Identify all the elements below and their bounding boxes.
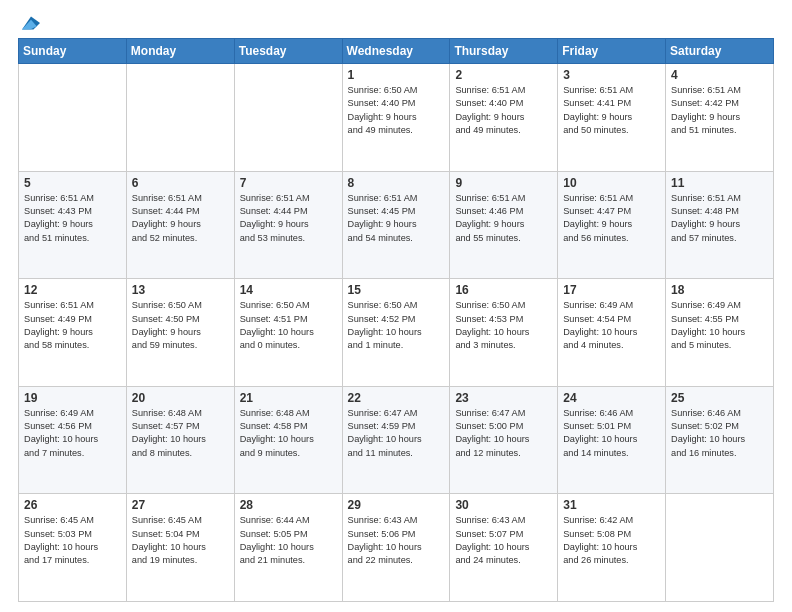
- cell-week0-day4: 2Sunrise: 6:51 AM Sunset: 4:40 PM Daylig…: [450, 64, 558, 172]
- header-sunday: Sunday: [19, 39, 127, 64]
- day-info-5: Sunrise: 6:51 AM Sunset: 4:43 PM Dayligh…: [24, 192, 121, 245]
- day-info-8: Sunrise: 6:51 AM Sunset: 4:45 PM Dayligh…: [348, 192, 445, 245]
- day-info-1: Sunrise: 6:50 AM Sunset: 4:40 PM Dayligh…: [348, 84, 445, 137]
- day-info-19: Sunrise: 6:49 AM Sunset: 4:56 PM Dayligh…: [24, 407, 121, 460]
- logo-icon: [22, 16, 40, 30]
- cell-week4-day5: 31Sunrise: 6:42 AM Sunset: 5:08 PM Dayli…: [558, 494, 666, 602]
- cell-week3-day2: 21Sunrise: 6:48 AM Sunset: 4:58 PM Dayli…: [234, 386, 342, 494]
- cell-week2-day3: 15Sunrise: 6:50 AM Sunset: 4:52 PM Dayli…: [342, 279, 450, 387]
- header-friday: Friday: [558, 39, 666, 64]
- day-info-13: Sunrise: 6:50 AM Sunset: 4:50 PM Dayligh…: [132, 299, 229, 352]
- day-info-6: Sunrise: 6:51 AM Sunset: 4:44 PM Dayligh…: [132, 192, 229, 245]
- header-row: SundayMondayTuesdayWednesdayThursdayFrid…: [19, 39, 774, 64]
- day-info-26: Sunrise: 6:45 AM Sunset: 5:03 PM Dayligh…: [24, 514, 121, 567]
- day-info-9: Sunrise: 6:51 AM Sunset: 4:46 PM Dayligh…: [455, 192, 552, 245]
- day-number-17: 17: [563, 283, 660, 297]
- week-row-0: 1Sunrise: 6:50 AM Sunset: 4:40 PM Daylig…: [19, 64, 774, 172]
- day-number-2: 2: [455, 68, 552, 82]
- cell-week2-day4: 16Sunrise: 6:50 AM Sunset: 4:53 PM Dayli…: [450, 279, 558, 387]
- day-number-15: 15: [348, 283, 445, 297]
- cell-week1-day3: 8Sunrise: 6:51 AM Sunset: 4:45 PM Daylig…: [342, 171, 450, 279]
- day-info-14: Sunrise: 6:50 AM Sunset: 4:51 PM Dayligh…: [240, 299, 337, 352]
- header-wednesday: Wednesday: [342, 39, 450, 64]
- day-info-2: Sunrise: 6:51 AM Sunset: 4:40 PM Dayligh…: [455, 84, 552, 137]
- day-number-1: 1: [348, 68, 445, 82]
- day-number-13: 13: [132, 283, 229, 297]
- day-info-16: Sunrise: 6:50 AM Sunset: 4:53 PM Dayligh…: [455, 299, 552, 352]
- cell-week0-day6: 4Sunrise: 6:51 AM Sunset: 4:42 PM Daylig…: [666, 64, 774, 172]
- cell-week1-day0: 5Sunrise: 6:51 AM Sunset: 4:43 PM Daylig…: [19, 171, 127, 279]
- day-number-20: 20: [132, 391, 229, 405]
- day-number-7: 7: [240, 176, 337, 190]
- cell-week3-day4: 23Sunrise: 6:47 AM Sunset: 5:00 PM Dayli…: [450, 386, 558, 494]
- day-number-18: 18: [671, 283, 768, 297]
- day-number-16: 16: [455, 283, 552, 297]
- cell-week2-day1: 13Sunrise: 6:50 AM Sunset: 4:50 PM Dayli…: [126, 279, 234, 387]
- day-number-24: 24: [563, 391, 660, 405]
- day-number-8: 8: [348, 176, 445, 190]
- day-info-31: Sunrise: 6:42 AM Sunset: 5:08 PM Dayligh…: [563, 514, 660, 567]
- week-row-1: 5Sunrise: 6:51 AM Sunset: 4:43 PM Daylig…: [19, 171, 774, 279]
- day-number-12: 12: [24, 283, 121, 297]
- header-saturday: Saturday: [666, 39, 774, 64]
- cell-week1-day6: 11Sunrise: 6:51 AM Sunset: 4:48 PM Dayli…: [666, 171, 774, 279]
- day-info-29: Sunrise: 6:43 AM Sunset: 5:06 PM Dayligh…: [348, 514, 445, 567]
- cell-week4-day6: [666, 494, 774, 602]
- week-row-3: 19Sunrise: 6:49 AM Sunset: 4:56 PM Dayli…: [19, 386, 774, 494]
- cell-week4-day0: 26Sunrise: 6:45 AM Sunset: 5:03 PM Dayli…: [19, 494, 127, 602]
- cell-week4-day1: 27Sunrise: 6:45 AM Sunset: 5:04 PM Dayli…: [126, 494, 234, 602]
- day-info-28: Sunrise: 6:44 AM Sunset: 5:05 PM Dayligh…: [240, 514, 337, 567]
- cell-week3-day3: 22Sunrise: 6:47 AM Sunset: 4:59 PM Dayli…: [342, 386, 450, 494]
- day-info-15: Sunrise: 6:50 AM Sunset: 4:52 PM Dayligh…: [348, 299, 445, 352]
- day-number-25: 25: [671, 391, 768, 405]
- day-info-11: Sunrise: 6:51 AM Sunset: 4:48 PM Dayligh…: [671, 192, 768, 245]
- day-info-20: Sunrise: 6:48 AM Sunset: 4:57 PM Dayligh…: [132, 407, 229, 460]
- cell-week3-day6: 25Sunrise: 6:46 AM Sunset: 5:02 PM Dayli…: [666, 386, 774, 494]
- cell-week1-day4: 9Sunrise: 6:51 AM Sunset: 4:46 PM Daylig…: [450, 171, 558, 279]
- cell-week0-day5: 3Sunrise: 6:51 AM Sunset: 4:41 PM Daylig…: [558, 64, 666, 172]
- day-info-7: Sunrise: 6:51 AM Sunset: 4:44 PM Dayligh…: [240, 192, 337, 245]
- cell-week1-day2: 7Sunrise: 6:51 AM Sunset: 4:44 PM Daylig…: [234, 171, 342, 279]
- day-number-9: 9: [455, 176, 552, 190]
- day-number-29: 29: [348, 498, 445, 512]
- cell-week1-day5: 10Sunrise: 6:51 AM Sunset: 4:47 PM Dayli…: [558, 171, 666, 279]
- cell-week3-day1: 20Sunrise: 6:48 AM Sunset: 4:57 PM Dayli…: [126, 386, 234, 494]
- day-number-5: 5: [24, 176, 121, 190]
- day-number-4: 4: [671, 68, 768, 82]
- header-monday: Monday: [126, 39, 234, 64]
- day-info-24: Sunrise: 6:46 AM Sunset: 5:01 PM Dayligh…: [563, 407, 660, 460]
- week-row-4: 26Sunrise: 6:45 AM Sunset: 5:03 PM Dayli…: [19, 494, 774, 602]
- day-info-12: Sunrise: 6:51 AM Sunset: 4:49 PM Dayligh…: [24, 299, 121, 352]
- cell-week3-day0: 19Sunrise: 6:49 AM Sunset: 4:56 PM Dayli…: [19, 386, 127, 494]
- page: SundayMondayTuesdayWednesdayThursdayFrid…: [0, 0, 792, 612]
- cell-week2-day5: 17Sunrise: 6:49 AM Sunset: 4:54 PM Dayli…: [558, 279, 666, 387]
- day-number-30: 30: [455, 498, 552, 512]
- day-number-10: 10: [563, 176, 660, 190]
- cell-week0-day1: [126, 64, 234, 172]
- day-number-3: 3: [563, 68, 660, 82]
- day-number-26: 26: [24, 498, 121, 512]
- cell-week2-day0: 12Sunrise: 6:51 AM Sunset: 4:49 PM Dayli…: [19, 279, 127, 387]
- cell-week4-day4: 30Sunrise: 6:43 AM Sunset: 5:07 PM Dayli…: [450, 494, 558, 602]
- logo: [18, 16, 40, 30]
- day-number-28: 28: [240, 498, 337, 512]
- day-number-23: 23: [455, 391, 552, 405]
- day-info-21: Sunrise: 6:48 AM Sunset: 4:58 PM Dayligh…: [240, 407, 337, 460]
- cell-week0-day0: [19, 64, 127, 172]
- day-number-14: 14: [240, 283, 337, 297]
- calendar-table: SundayMondayTuesdayWednesdayThursdayFrid…: [18, 38, 774, 602]
- cell-week0-day2: [234, 64, 342, 172]
- day-number-27: 27: [132, 498, 229, 512]
- calendar-header: SundayMondayTuesdayWednesdayThursdayFrid…: [19, 39, 774, 64]
- cell-week2-day6: 18Sunrise: 6:49 AM Sunset: 4:55 PM Dayli…: [666, 279, 774, 387]
- day-number-22: 22: [348, 391, 445, 405]
- header-thursday: Thursday: [450, 39, 558, 64]
- day-number-31: 31: [563, 498, 660, 512]
- day-info-4: Sunrise: 6:51 AM Sunset: 4:42 PM Dayligh…: [671, 84, 768, 137]
- day-info-3: Sunrise: 6:51 AM Sunset: 4:41 PM Dayligh…: [563, 84, 660, 137]
- day-number-19: 19: [24, 391, 121, 405]
- cell-week1-day1: 6Sunrise: 6:51 AM Sunset: 4:44 PM Daylig…: [126, 171, 234, 279]
- day-number-21: 21: [240, 391, 337, 405]
- cell-week4-day3: 29Sunrise: 6:43 AM Sunset: 5:06 PM Dayli…: [342, 494, 450, 602]
- week-row-2: 12Sunrise: 6:51 AM Sunset: 4:49 PM Dayli…: [19, 279, 774, 387]
